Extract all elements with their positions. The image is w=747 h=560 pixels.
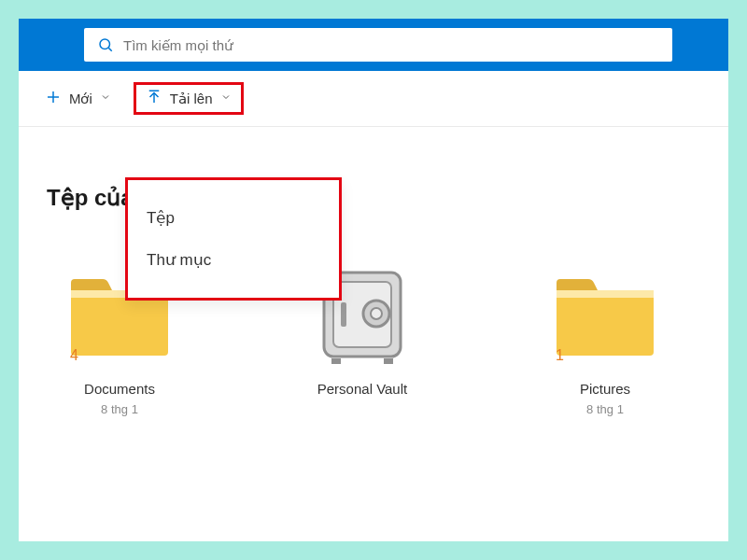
upload-button[interactable]: Tải lên [134, 82, 244, 115]
chevron-down-icon [220, 90, 232, 105]
search-input[interactable] [123, 37, 659, 53]
svg-point-11 [371, 308, 382, 319]
dropdown-item-folder[interactable]: Thư mục [147, 239, 320, 281]
dropdown-item-file[interactable]: Tệp [147, 197, 320, 239]
new-button[interactable]: Mới [35, 83, 120, 114]
folder-item-pictures[interactable]: 1 Pictures 8 thg 1 [540, 265, 670, 416]
svg-rect-14 [384, 358, 393, 364]
svg-rect-16 [557, 290, 654, 298]
svg-rect-15 [557, 290, 654, 356]
upload-icon [146, 89, 162, 108]
svg-rect-12 [341, 302, 346, 327]
chevron-down-icon [100, 90, 111, 105]
content-area: Tệp Thư mục Tệp của 4 Documents 8 thg 1 [19, 185, 728, 416]
item-name: Personal Vault [317, 381, 407, 397]
toolbar: Mới Tải lên [19, 71, 728, 127]
item-date: 8 thg 1 [101, 402, 138, 416]
upload-button-label: Tải lên [170, 91, 213, 107]
upload-dropdown: Tệp Thư mục [125, 177, 342, 301]
svg-line-1 [108, 48, 111, 50]
plus-icon [45, 89, 62, 108]
svg-rect-13 [331, 358, 341, 364]
search-box[interactable] [84, 28, 672, 62]
svg-point-0 [100, 39, 110, 49]
search-icon [97, 36, 114, 53]
folder-count: 4 [70, 347, 78, 364]
app-window: Mới Tải lên [19, 19, 728, 541]
item-name: Pictures [580, 381, 630, 397]
header-bar [19, 19, 728, 71]
item-name: Documents [84, 381, 155, 397]
new-button-label: Mới [69, 91, 92, 107]
folder-icon: 1 [544, 265, 666, 368]
item-date: 8 thg 1 [586, 402, 624, 416]
folder-count: 1 [556, 347, 564, 364]
